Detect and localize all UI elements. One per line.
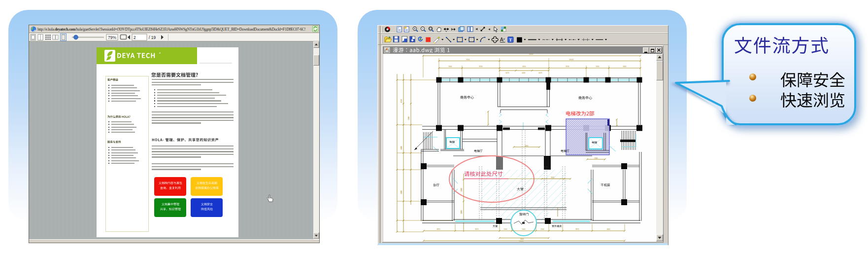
svg-text:6000: 6000 xyxy=(520,238,524,240)
svg-text:50000: 50000 xyxy=(529,54,534,55)
svg-text:2560: 2560 xyxy=(594,157,598,159)
svg-text:6030: 6030 xyxy=(522,72,525,74)
svg-text:15940: 15940 xyxy=(519,241,524,242)
svg-text:4400: 4400 xyxy=(606,228,610,230)
svg-text:4870: 4870 xyxy=(436,228,440,230)
svg-text:8130: 8130 xyxy=(479,66,482,68)
svg-text:3040: 3040 xyxy=(448,66,452,68)
svg-text:79%: 79% xyxy=(108,35,116,40)
svg-text:8970: 8970 xyxy=(575,228,579,230)
svg-text:T: T xyxy=(509,37,512,42)
svg-text:8400: 8400 xyxy=(551,177,554,179)
svg-text:5800: 5800 xyxy=(401,146,402,149)
svg-text:1500: 1500 xyxy=(540,228,544,230)
svg-text:3600: 3600 xyxy=(525,145,528,147)
svg-text:z: z xyxy=(503,37,505,40)
svg-text:4060: 4060 xyxy=(623,66,626,68)
svg-text:3000: 3000 xyxy=(461,210,463,214)
svg-text:8100: 8100 xyxy=(466,59,469,61)
svg-text:8970: 8970 xyxy=(475,228,478,230)
svg-text:3050: 3050 xyxy=(596,66,599,68)
svg-text:1500: 1500 xyxy=(503,228,507,230)
svg-text:8130: 8130 xyxy=(566,66,569,68)
svg-text:5800: 5800 xyxy=(461,188,463,191)
svg-text:6070: 6070 xyxy=(538,72,542,74)
svg-text:2900: 2900 xyxy=(408,116,410,120)
svg-text:5800: 5800 xyxy=(401,190,402,194)
svg-text:5000: 5000 xyxy=(522,228,525,230)
svg-text:/ 19: / 19 xyxy=(149,35,156,40)
svg-text:6070: 6070 xyxy=(505,72,509,74)
svg-text:4250: 4250 xyxy=(401,99,402,103)
svg-text:60000: 60000 xyxy=(569,59,574,61)
svg-text:2: 2 xyxy=(134,35,136,40)
svg-text:+: + xyxy=(445,30,447,33)
svg-text:6050: 6050 xyxy=(522,66,526,68)
